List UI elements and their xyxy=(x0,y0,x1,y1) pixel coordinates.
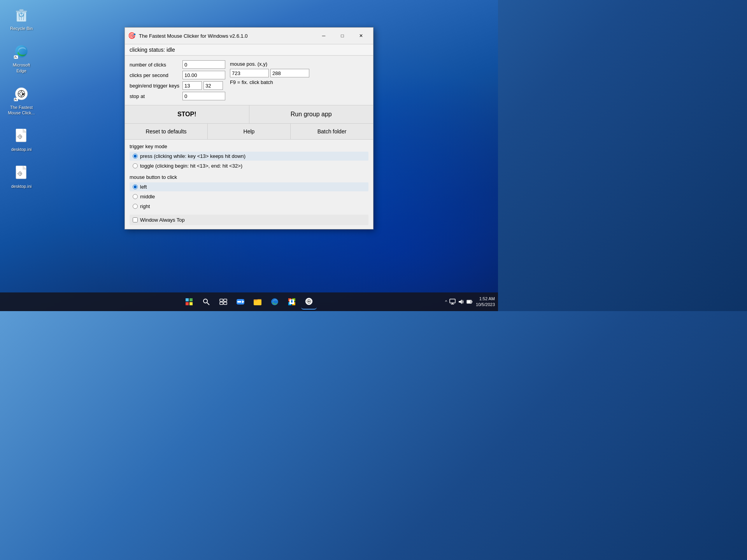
status-label: clicking status: xyxy=(130,47,165,53)
window-controls: ─ □ ✕ xyxy=(315,30,370,42)
mouse-left-label: left xyxy=(140,184,147,190)
svg-rect-31 xyxy=(186,302,189,305)
stop-button[interactable]: STOP! xyxy=(125,105,249,123)
desktop-icon-edge[interactable]: Microsoft Edge xyxy=(6,40,37,75)
stop-at-input[interactable] xyxy=(182,92,225,100)
trigger-press-radio[interactable] xyxy=(133,154,138,159)
secondary-buttons-section: Reset to defaults Help Batch folder xyxy=(125,124,373,140)
zoom-taskbar-button[interactable] xyxy=(233,294,248,310)
run-group-button[interactable]: Run group app xyxy=(249,105,374,123)
desktop-icon-ini2[interactable]: desktop.ini xyxy=(6,162,37,191)
desktop-icon-ini1[interactable]: desktop.ini xyxy=(6,125,37,154)
svg-rect-36 xyxy=(224,299,227,301)
reset-button[interactable]: Reset to defaults xyxy=(125,124,208,139)
mouse-right-radio[interactable] xyxy=(133,204,138,209)
svg-point-33 xyxy=(203,299,207,303)
help-button[interactable]: Help xyxy=(208,124,291,139)
svg-rect-17 xyxy=(20,135,21,136)
taskbar-right: ^ 1:52 AM 10/5/2023 xyxy=(445,296,495,308)
monitor-icon xyxy=(449,299,456,305)
main-buttons-section: STOP! Run group app xyxy=(125,105,373,124)
svg-rect-26 xyxy=(20,175,21,176)
minimize-button[interactable]: ─ xyxy=(315,30,333,42)
system-tray: ^ xyxy=(445,299,473,305)
status-value: idle xyxy=(167,47,175,53)
svg-rect-38 xyxy=(224,302,227,304)
mouse-right-option[interactable]: right xyxy=(130,202,368,211)
svg-rect-28 xyxy=(21,173,22,174)
mouse-button-title: mouse button to click xyxy=(130,174,368,180)
start-button[interactable] xyxy=(181,294,197,310)
svg-rect-41 xyxy=(237,301,241,303)
svg-rect-14 xyxy=(16,129,23,133)
num-clicks-label: number of clicks xyxy=(130,62,179,68)
clock: 1:52 AM 10/5/2023 xyxy=(476,296,495,308)
mouse-clicker-icon-desktop xyxy=(12,84,31,103)
maximize-button[interactable]: □ xyxy=(333,30,351,42)
mouse-y-input[interactable] xyxy=(270,69,309,77)
edge-label: Microsoft Edge xyxy=(7,62,35,74)
taskbar: ^ 1:52 AM 10/5/2023 xyxy=(0,292,498,311)
svg-rect-18 xyxy=(20,138,21,140)
file-icon-2 xyxy=(12,163,31,182)
trigger-press-option[interactable]: press (clicking while: key <13> keeps hi… xyxy=(130,152,368,161)
status-bar: clicking status: idle xyxy=(125,44,373,56)
window-titlebar: 🎯 The Fastest Mouse Clicker for Windows … xyxy=(125,28,373,44)
edge-taskbar-button[interactable] xyxy=(267,294,282,310)
trigger-key1-input[interactable] xyxy=(182,81,202,90)
svg-line-34 xyxy=(207,303,209,305)
mouse-middle-option[interactable]: middle xyxy=(130,192,368,201)
taskbar-center xyxy=(181,294,317,310)
app-window: 🎯 The Fastest Mouse Clicker for Windows … xyxy=(124,27,374,229)
trigger-toggle-option[interactable]: toggle (clicking begin: hit <13>, end: h… xyxy=(130,161,368,170)
svg-point-52 xyxy=(308,301,310,302)
task-view-button[interactable] xyxy=(216,294,231,310)
window-title: The Fastest Mouse Clicker for Windows v2… xyxy=(139,33,315,39)
trigger-keys-label: begin/end trigger keys xyxy=(130,83,179,89)
mouse-left-radio[interactable] xyxy=(133,184,138,189)
svg-rect-2 xyxy=(19,9,24,11)
mouse-left-option[interactable]: left xyxy=(130,182,368,191)
recycle-bin-icon xyxy=(12,5,31,24)
always-top-checkbox[interactable] xyxy=(133,217,138,222)
volume-icon xyxy=(458,299,464,305)
mouse-right-label: right xyxy=(140,203,150,209)
svg-rect-32 xyxy=(189,302,193,305)
mouse-button-group: mouse button to click left middle right xyxy=(130,174,368,211)
trigger-mode-title: trigger key mode xyxy=(130,144,368,149)
ini-label-2: desktop.ini xyxy=(11,184,32,189)
file-icon-1 xyxy=(12,126,31,145)
svg-rect-22 xyxy=(16,166,23,169)
clicks-per-sec-input[interactable] xyxy=(182,71,225,79)
always-top-label: Window Always Top xyxy=(140,217,185,223)
svg-marker-61 xyxy=(459,299,462,304)
num-clicks-input[interactable] xyxy=(182,60,225,69)
mouse-x-input[interactable] xyxy=(230,69,269,77)
options-section: trigger key mode press (clicking while: … xyxy=(125,140,373,229)
mouse-middle-label: middle xyxy=(140,194,155,200)
svg-rect-63 xyxy=(472,301,472,303)
edge-icon xyxy=(12,42,31,61)
trigger-key2-input[interactable] xyxy=(203,81,223,90)
desktop-icon-recycle-bin[interactable]: Recycle Bin xyxy=(6,4,37,33)
mouse-middle-radio[interactable] xyxy=(133,194,138,199)
svg-point-24 xyxy=(19,173,21,175)
mouse-clicker-taskbar-button[interactable] xyxy=(301,294,317,310)
close-button[interactable]: ✕ xyxy=(352,30,370,42)
mouse-pos-label: mouse pos. (x,y) xyxy=(230,61,309,67)
always-top-container[interactable]: Window Always Top xyxy=(130,215,368,225)
trigger-toggle-radio[interactable] xyxy=(133,163,138,168)
clock-date: 10/5/2023 xyxy=(476,302,495,308)
clock-time: 1:52 AM xyxy=(476,296,495,302)
svg-rect-64 xyxy=(467,301,471,303)
svg-rect-57 xyxy=(450,299,455,303)
trigger-press-label: press (clicking while: key <13> keeps hi… xyxy=(140,153,245,159)
desktop-icon-mouse-clicker[interactable]: The Fastest Mouse Click... xyxy=(6,83,37,117)
file-explorer-button[interactable] xyxy=(250,294,265,310)
ms-store-button[interactable] xyxy=(284,294,300,310)
batch-folder-button[interactable]: Batch folder xyxy=(291,124,373,139)
tray-chevron[interactable]: ^ xyxy=(445,299,447,304)
svg-rect-29 xyxy=(186,298,189,301)
svg-rect-30 xyxy=(189,298,193,301)
search-taskbar-button[interactable] xyxy=(198,294,214,310)
